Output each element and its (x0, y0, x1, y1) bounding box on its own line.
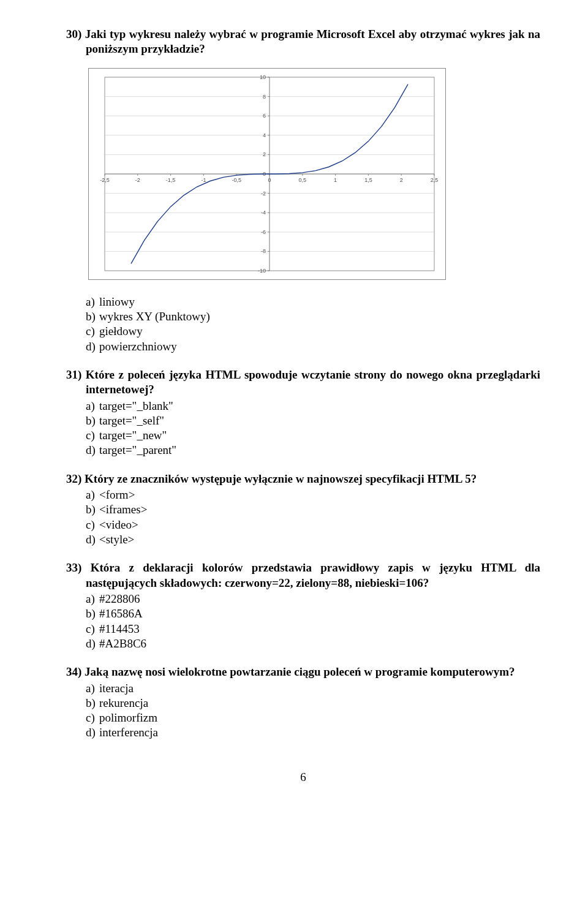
question-32-number: 32) (66, 472, 81, 485)
question-30-prompt: 30) Jaki typ wykresu należy wybrać w pro… (66, 27, 540, 57)
question-33-answers: a)#228806 b)#16586A c)#114453 d)#A2B8C6 (66, 592, 540, 651)
question-34-prompt: 34) Jaką nazwę nosi wielokrotne powtarza… (66, 665, 540, 679)
question-33: 33) Która z deklaracji kolorów przedstaw… (66, 560, 540, 651)
question-31: 31) Które z poleceń języka HTML spowoduj… (66, 368, 540, 458)
question-30-number: 30) (66, 28, 81, 40)
svg-text:-2,5: -2,5 (100, 177, 110, 183)
answer-31-d: d)target="_parent" (86, 443, 540, 458)
svg-text:-2: -2 (135, 177, 140, 183)
question-30-answers: a)liniowy b)wykres XY (Punktowy) c)giełd… (66, 295, 540, 354)
answer-32-a: a)<form> (86, 488, 540, 502)
question-31-text: Które z poleceń języka HTML spowoduje wc… (86, 368, 540, 396)
svg-text:-1: -1 (201, 177, 206, 183)
svg-text:0,5: 0,5 (299, 177, 307, 183)
question-32-prompt: 32) Który ze znaczników występuje wyłącz… (66, 472, 540, 486)
svg-text:10: 10 (260, 74, 266, 80)
svg-text:-10: -10 (258, 268, 266, 274)
question-32-text: Który ze znaczników występuje wyłącznie … (85, 472, 477, 485)
question-30-text: Jaki typ wykresu należy wybrać w program… (85, 28, 540, 55)
question-33-number: 33) (66, 561, 81, 574)
question-33-prompt: 33) Która z deklaracji kolorów przedstaw… (66, 560, 540, 590)
page-number: 6 (66, 770, 540, 785)
question-31-answers: a)target="_blank" b)target="_self" c)tar… (66, 399, 540, 458)
answer-30-d: d)powierzchniowy (86, 339, 540, 354)
question-34-answers: a)iteracja b)rekurencja c)polimorfizm d)… (66, 681, 540, 741)
answer-34-a: a)iteracja (86, 681, 540, 696)
answer-33-c: c)#114453 (86, 622, 540, 636)
svg-text:-8: -8 (261, 248, 266, 254)
answer-33-d: d)#A2B8C6 (86, 636, 540, 651)
question-30: 30) Jaki typ wykresu należy wybrać w pro… (66, 27, 540, 354)
svg-text:2: 2 (263, 151, 266, 157)
question-31-number: 31) (66, 368, 81, 381)
svg-text:2: 2 (400, 177, 403, 183)
svg-text:-0,5: -0,5 (232, 177, 241, 183)
question-31-prompt: 31) Które z poleceń języka HTML spowoduj… (66, 368, 540, 398)
question-32-answers: a)<form> b)<iframes> c)<video> d)<style> (66, 488, 540, 547)
svg-text:8: 8 (263, 93, 266, 99)
answer-33-a: a)#228806 (86, 592, 540, 606)
answer-34-b: b)rekurencja (86, 696, 540, 711)
svg-text:1,5: 1,5 (364, 177, 372, 183)
question-33-text: Która z deklaracji kolorów przedstawia p… (86, 561, 540, 589)
answer-31-a: a)target="_blank" (86, 399, 540, 413)
svg-text:2,5: 2,5 (431, 177, 439, 183)
chart-container: -10-8-6-4-20246810-2,5-2-1,5-1-0,500,511… (88, 68, 540, 280)
answer-31-b: b)target="_self" (86, 413, 540, 428)
question-34-text: Jaką nazwę nosi wielokrotne powtarzanie … (85, 665, 514, 678)
svg-text:-2: -2 (261, 190, 266, 196)
answer-32-b: b)<iframes> (86, 502, 540, 517)
answer-34-d: d)interferencja (86, 725, 540, 740)
svg-text:1: 1 (334, 177, 337, 183)
answer-32-c: c)<video> (86, 518, 540, 532)
question-32: 32) Który ze znaczników występuje wyłącz… (66, 472, 540, 548)
svg-text:-1,5: -1,5 (166, 177, 176, 183)
svg-text:-6: -6 (261, 228, 266, 235)
answer-30-c: c)giełdowy (86, 324, 540, 339)
svg-text:4: 4 (263, 132, 266, 138)
question-34-number: 34) (66, 665, 81, 678)
answer-31-c: c)target="_new" (86, 428, 540, 443)
answer-30-a: a)liniowy (86, 295, 540, 309)
answer-32-d: d)<style> (86, 532, 540, 547)
answer-30-b: b)wykres XY (Punktowy) (86, 309, 540, 324)
xy-chart: -10-8-6-4-20246810-2,5-2-1,5-1-0,500,511… (88, 68, 446, 280)
answer-34-c: c)polimorfizm (86, 711, 540, 725)
svg-text:6: 6 (263, 113, 266, 119)
svg-text:-4: -4 (261, 209, 266, 216)
answer-33-b: b)#16586A (86, 606, 540, 621)
question-34: 34) Jaką nazwę nosi wielokrotne powtarza… (66, 665, 540, 741)
